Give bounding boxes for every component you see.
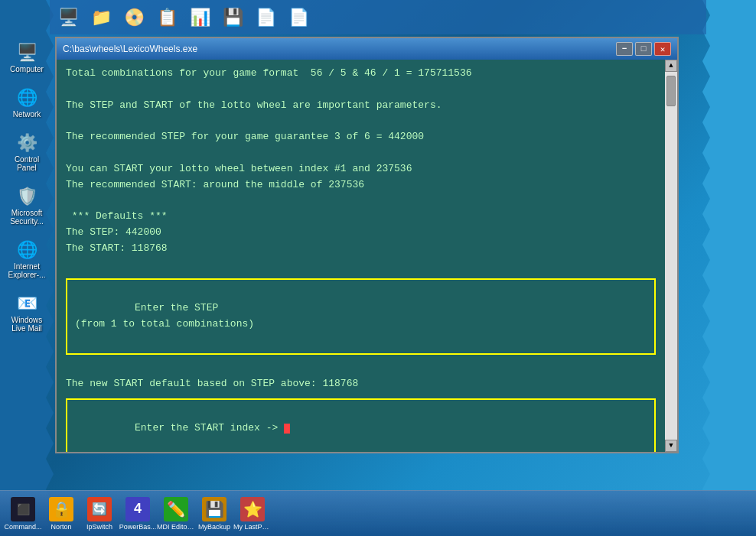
desktop-icon-ie[interactable]: 🌐 Internet Explorer-... [4, 236, 50, 281]
taskbar-backup[interactable]: 💾 MyBackup [195, 495, 233, 533]
controlpanel-icon: ⚙️ [15, 131, 39, 155]
console-line-12: The START: 118768 [66, 241, 656, 257]
taskbar-lastpass[interactable]: ⭐ My LastPass [233, 495, 272, 533]
console-line-8: The recommended START: around the middle… [66, 177, 656, 193]
top-icon-1[interactable]: 🖥️ [54, 3, 83, 32]
start-input-box[interactable]: Enter the START index -> [66, 398, 656, 452]
desktop-icon-controlpanel[interactable]: ⚙️ Control Panel [4, 128, 50, 174]
console-line-start-default [66, 361, 656, 377]
network-icon: 🌐 [15, 86, 39, 110]
console-titlebar: C:\bas\wheels\LexicoWheels.exe − □ ✕ [57, 38, 677, 60]
cmd-icon: ⬛ [11, 497, 35, 521]
taskbar-mdi-label: MDI Editor &... [157, 523, 195, 531]
console-line-1: Total combinations for your game format … [66, 66, 656, 82]
norton-icon: 🔒 [49, 497, 73, 521]
taskbar: ⬛ Command... 🔒 Norton 🔄 IpSwitch 4 Power… [0, 490, 756, 536]
mdi-icon: ✏️ [164, 497, 188, 521]
desktop-icon-network-label: Network [13, 110, 41, 119]
desktop-icon-computer-label: Computer [10, 65, 44, 73]
zigzag-right [702, 0, 756, 536]
console-line-9 [66, 193, 656, 209]
console-line-2 [66, 82, 656, 98]
taskbar-ips[interactable]: 🔄 IpSwitch [80, 495, 119, 533]
scroll-up-arrow[interactable]: ▲ [665, 60, 677, 72]
computer-icon: 🖥️ [15, 41, 39, 65]
console-line-11: The STEP: 442000 [66, 225, 656, 241]
mail-icon: 📧 [15, 291, 39, 316]
step-input-box[interactable]: Enter the STEP (from 1 to total combinat… [66, 278, 656, 354]
desktop-icon-mail-label: Windows Live Mail [6, 316, 47, 333]
desktop: 🖥️ 📁 📀 📋 📊 💾 📄 📄 🖥️ Computer 🌐 Network ⚙… [0, 0, 756, 536]
console-title: C:\bas\wheels\LexicoWheels.exe [63, 44, 197, 54]
top-icon-4[interactable]: 📋 [152, 3, 181, 32]
top-icon-6[interactable]: 💾 [218, 3, 247, 32]
scrollbar[interactable]: ▲ ▼ [665, 60, 677, 452]
taskbar-power-label: PowerBas... [119, 523, 157, 531]
console-line-10: *** Defaults *** [66, 209, 656, 225]
scroll-down-arrow[interactable]: ▼ [665, 440, 677, 452]
console-line-3: The STEP and START of the lotto wheel ar… [66, 98, 656, 114]
cursor [284, 424, 290, 434]
top-taskbar: 🖥️ 📁 📀 📋 📊 💾 📄 📄 [50, 0, 706, 34]
ips-icon: 🔄 [87, 497, 112, 521]
console-body: Total combinations for your game format … [57, 60, 677, 452]
console-window: C:\bas\wheels\LexicoWheels.exe − □ ✕ Tot… [55, 37, 679, 453]
scroll-thumb[interactable] [666, 76, 676, 106]
desktop-icon-computer[interactable]: 🖥️ Computer [4, 38, 50, 76]
close-button[interactable]: ✕ [654, 42, 671, 56]
desktop-icon-ie-label: Internet Explorer-... [6, 262, 47, 279]
ie-icon: 🌐 [15, 238, 39, 262]
backup-icon: 💾 [202, 497, 226, 521]
top-icon-2[interactable]: 📁 [86, 3, 116, 32]
console-line-7: You can START your lotto wheel between i… [66, 161, 656, 177]
security-icon: 🛡️ [15, 184, 39, 209]
taskbar-power[interactable]: 4 PowerBas... [119, 495, 157, 533]
taskbar-lastpass-label: My LastPass [233, 523, 272, 531]
top-icon-8[interactable]: 📄 [284, 3, 313, 32]
desktop-icon-security[interactable]: 🛡️ Microsoft Security... [4, 182, 50, 228]
taskbar-mdi[interactable]: ✏️ MDI Editor &... [157, 495, 195, 533]
desktop-icons: 🖥️ Computer 🌐 Network ⚙️ Control Panel 🛡… [4, 38, 50, 335]
desktop-icon-network[interactable]: 🌐 Network [4, 83, 50, 121]
console-line-5: The recommended STEP for your game guara… [66, 129, 656, 145]
desktop-icon-mail[interactable]: 📧 Windows Live Mail [4, 289, 50, 335]
console-line-6 [66, 145, 656, 161]
desktop-icon-security-label: Microsoft Security... [6, 209, 47, 226]
taskbar-ips-label: IpSwitch [86, 523, 112, 531]
taskbar-norton[interactable]: 🔒 Norton [42, 495, 80, 533]
taskbar-norton-label: Norton [51, 523, 71, 531]
taskbar-cmd[interactable]: ⬛ Command... [4, 495, 42, 533]
top-icon-7[interactable]: 📄 [251, 3, 280, 32]
console-line-blank [66, 257, 656, 273]
top-icon-3[interactable]: 📀 [119, 3, 148, 32]
lastpass-icon: ⭐ [240, 497, 265, 521]
scroll-track[interactable] [665, 72, 677, 440]
minimize-button[interactable]: − [616, 42, 633, 56]
maximize-button[interactable]: □ [635, 42, 652, 56]
step-prompt-text: Enter the STEP (from 1 to total combinat… [75, 302, 254, 330]
console-start-default-text: The new START default based on STEP abov… [66, 376, 656, 392]
top-icon-5[interactable]: 📊 [185, 3, 214, 32]
window-controls: − □ ✕ [616, 42, 671, 56]
desktop-icon-controlpanel-label: Control Panel [6, 155, 47, 172]
power-icon: 4 [125, 497, 150, 521]
start-prompt-text: Enter the START index -> [135, 422, 284, 434]
console-content: Total combinations for your game format … [57, 60, 665, 452]
taskbar-backup-label: MyBackup [198, 523, 230, 531]
taskbar-cmd-label: Command... [4, 523, 41, 531]
console-line-4 [66, 113, 656, 129]
